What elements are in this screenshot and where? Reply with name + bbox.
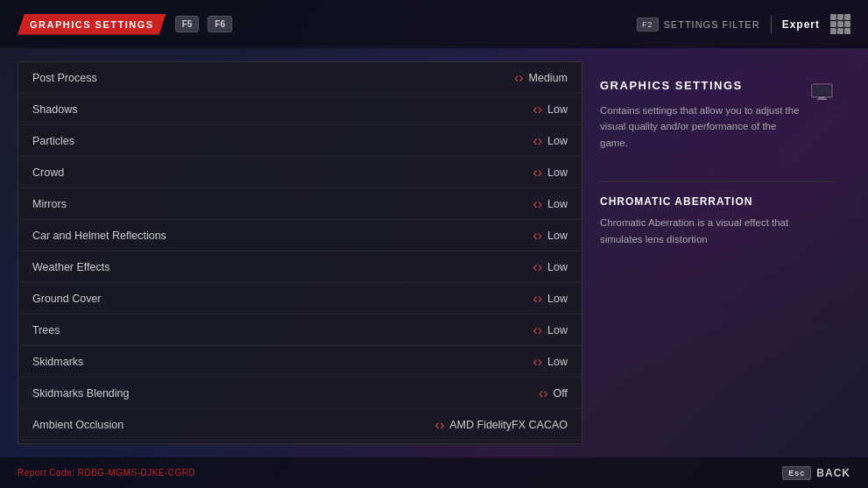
table-row[interactable]: Ambient Occlusion‹›AMD FidelityFX CACAO xyxy=(18,409,582,441)
setting-value-text: Low xyxy=(547,293,568,305)
arrow-left-icon: ‹› xyxy=(533,165,542,180)
setting-value-text: Low xyxy=(547,103,568,116)
table-row[interactable]: Skidmarks Blending‹›Off xyxy=(18,378,582,409)
table-row[interactable]: Particles‹›Low xyxy=(18,125,582,157)
arrow-left-icon: ‹› xyxy=(533,259,542,275)
report-code: Report Code: RDBG-MGMS-DJKE-CGRD xyxy=(18,468,195,477)
setting-value-text: AMD FidelityFX CACAO xyxy=(449,419,568,431)
table-row[interactable]: Trees‹›Low xyxy=(18,315,582,346)
setting-value: ‹›Low xyxy=(533,354,568,370)
svg-rect-3 xyxy=(817,98,828,99)
setting-label: Post Process xyxy=(32,72,97,84)
setting-label: Skidmarks xyxy=(32,356,83,368)
table-row[interactable]: Shadows‹›Low xyxy=(18,94,582,125)
setting-value: ‹›Low xyxy=(533,102,568,117)
setting-label: Ground Cover xyxy=(32,293,102,305)
arrow-left-icon: ‹› xyxy=(533,102,542,117)
setting-value: ‹›AMD FidelityFX CACAO xyxy=(435,417,568,433)
table-row[interactable]: Post Process‹›Medium xyxy=(18,62,582,94)
graphics-settings-badge: GRAPHICS SETTINGS xyxy=(18,14,166,35)
arrow-left-icon: ‹› xyxy=(533,291,542,307)
setting-value: ‹›Low xyxy=(533,196,568,212)
table-row[interactable]: Screen Space Reflections‹›Medium xyxy=(18,441,582,444)
setting-label: Weather Effects xyxy=(32,261,109,273)
table-row[interactable]: Weather Effects‹›Low xyxy=(18,251,582,283)
filter-label: SETTINGS FILTER xyxy=(664,19,760,30)
info-panel-desc: Contains settings that allow you to adju… xyxy=(600,103,802,151)
back-control[interactable]: Esc BACK xyxy=(782,466,850,480)
setting-value-text: Off xyxy=(554,387,568,400)
f5-key[interactable]: F5 xyxy=(175,16,200,32)
table-row[interactable]: Mirrors‹›Low xyxy=(18,188,582,220)
svg-rect-1 xyxy=(815,86,830,95)
setting-value-text: Low xyxy=(547,324,568,336)
info-sub-title: CHROMATIC ABERRATION xyxy=(600,195,833,208)
header-separator xyxy=(771,16,772,33)
setting-value-text: Medium xyxy=(529,72,568,84)
setting-label: Trees xyxy=(32,324,60,336)
arrow-left-icon: ‹› xyxy=(514,70,524,86)
setting-value: ‹›Medium xyxy=(514,70,568,86)
setting-value-text: Low xyxy=(547,230,568,242)
arrow-left-icon: ‹› xyxy=(533,354,542,370)
header-left: GRAPHICS SETTINGS F5 F6 xyxy=(18,14,232,35)
info-sub-desc: Chromatic Aberration is a visual effect … xyxy=(600,215,833,247)
main-content: Post Process‹›MediumShadows‹›LowParticle… xyxy=(0,48,868,457)
settings-filter[interactable]: F2 SETTINGS FILTER xyxy=(637,18,760,32)
setting-value-text: Low xyxy=(547,135,568,147)
view-toggle[interactable] xyxy=(830,14,850,34)
setting-label: Ambient Occlusion xyxy=(32,419,123,431)
table-row[interactable]: Ground Cover‹›Low xyxy=(18,283,582,315)
footer: Report Code: RDBG-MGMS-DJKE-CGRD Esc BAC… xyxy=(0,457,868,488)
f6-key[interactable]: F6 xyxy=(208,16,232,32)
arrow-left-icon: ‹› xyxy=(435,417,445,433)
header-right: F2 SETTINGS FILTER Expert xyxy=(637,14,850,34)
info-panel-title: GRAPHICS SETTINGS xyxy=(600,79,802,92)
table-row[interactable]: Skidmarks‹›Low xyxy=(18,346,582,378)
header: GRAPHICS SETTINGS F5 F6 F2 SETTINGS FILT… xyxy=(0,0,868,48)
setting-value-text: Low xyxy=(547,166,568,179)
setting-value: ‹›Off xyxy=(539,385,568,401)
setting-value: ‹›Low xyxy=(533,228,568,244)
setting-label: Mirrors xyxy=(32,198,67,210)
esc-key: Esc xyxy=(782,466,811,480)
table-row[interactable]: Crowd‹›Low xyxy=(18,157,582,188)
arrow-left-icon: ‹› xyxy=(533,133,542,149)
arrow-left-icon: ‹› xyxy=(533,196,542,212)
setting-value: ‹›Low xyxy=(533,165,568,180)
setting-value-text: Low xyxy=(547,198,568,210)
setting-label: Skidmarks Blending xyxy=(32,387,129,400)
back-label: BACK xyxy=(816,467,850,479)
svg-rect-2 xyxy=(819,97,825,99)
info-panel: GRAPHICS SETTINGS Contains settings that… xyxy=(582,61,850,444)
expert-badge[interactable]: Expert xyxy=(782,18,820,31)
setting-value: ‹›Low xyxy=(533,259,568,275)
setting-label: Car and Helmet Reflections xyxy=(32,230,166,242)
setting-label: Particles xyxy=(32,135,74,147)
setting-label: Crowd xyxy=(32,166,64,179)
setting-value-text: Low xyxy=(547,261,568,273)
setting-label: Shadows xyxy=(32,103,77,116)
table-row[interactable]: Car and Helmet Reflections‹›Low xyxy=(18,220,582,251)
arrow-left-icon: ‹› xyxy=(539,385,548,401)
setting-value-text: Low xyxy=(547,356,568,368)
setting-value: ‹›Low xyxy=(533,322,568,338)
setting-value: ‹›Low xyxy=(533,291,568,307)
monitor-icon xyxy=(811,74,833,110)
settings-list[interactable]: Post Process‹›MediumShadows‹›LowParticle… xyxy=(18,61,582,444)
setting-value: ‹›Low xyxy=(533,133,568,149)
arrow-left-icon: ‹› xyxy=(533,228,542,244)
info-divider xyxy=(600,181,833,182)
f2-key: F2 xyxy=(637,18,659,32)
arrow-left-icon: ‹› xyxy=(533,322,542,338)
